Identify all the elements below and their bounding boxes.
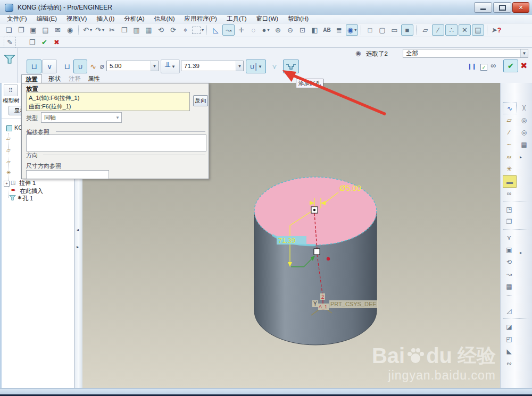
- tree-item-hole[interactable]: 孔 1: [22, 195, 33, 203]
- copy-geometry-tool-icon[interactable]: ❐: [503, 216, 516, 227]
- simple-hole-button[interactable]: ⊔: [27, 60, 41, 73]
- redo-icon[interactable]: ↷: [94, 25, 105, 36]
- regenerate-icon[interactable]: ⟲: [155, 25, 167, 36]
- flip-button[interactable]: 反向: [193, 95, 208, 106]
- spin-center-icon[interactable]: ✛: [236, 25, 247, 36]
- reference-point[interactable]: [327, 257, 330, 260]
- collapse-left-icon[interactable]: ◂: [77, 228, 79, 232]
- datum-plane-icon[interactable]: ▱: [6, 159, 11, 165]
- chevron-down-icon[interactable]: ▼: [236, 61, 243, 71]
- view-manager-icon[interactable]: ◉: [346, 24, 358, 36]
- placement-references-list[interactable]: A_1(轴):F6(拉伸_1) 曲面:F6(拉伸_1): [26, 92, 190, 111]
- chain-tool-icon[interactable]: ∞: [503, 188, 516, 199]
- reference-item[interactable]: 曲面:F6(拉伸_1): [29, 102, 187, 111]
- round-tool-icon[interactable]: ⌒: [503, 293, 516, 304]
- zoom-out-icon[interactable]: ⊖: [285, 25, 296, 36]
- diameter-combo[interactable]: 5.00 ▼: [106, 61, 159, 71]
- save-icon[interactable]: ▣: [28, 25, 39, 36]
- collapse-right-icon[interactable]: ▸: [77, 245, 79, 249]
- navigator-tab[interactable]: ⠿: [4, 85, 18, 96]
- point-display-toggle-icon[interactable]: ∴: [445, 24, 458, 36]
- paste-special-icon[interactable]: ▦: [143, 25, 154, 36]
- context-help-icon[interactable]: ➤?: [491, 25, 502, 36]
- reorient-icon[interactable]: ◧: [309, 25, 320, 36]
- layers-icon[interactable]: ≣: [334, 25, 345, 36]
- chevron-down-icon[interactable]: ▼: [258, 64, 262, 69]
- flyout-arrow-icon[interactable]: ▸: [520, 250, 522, 255]
- axis-display-toggle-icon[interactable]: ∕: [432, 24, 444, 36]
- expand-icon[interactable]: +: [4, 181, 10, 187]
- datum-axis-icon[interactable]: ✳: [6, 170, 11, 175]
- selection-filter-combo[interactable]: 全部 ▼: [403, 49, 528, 58]
- warp-tool-icon[interactable]: ∾: [503, 358, 516, 369]
- copy-icon[interactable]: ❒: [119, 25, 130, 36]
- datum-axis-tool-icon[interactable]: ∕: [503, 127, 516, 138]
- depth-combo[interactable]: 71.39 ▼: [181, 61, 244, 71]
- no-hidden-display-icon[interactable]: ▭: [389, 25, 400, 36]
- project-tool-icon[interactable]: ◎: [518, 114, 530, 125]
- menu-tools[interactable]: 工具(T): [222, 14, 252, 23]
- datum-plane-icon[interactable]: ▱: [6, 147, 11, 153]
- maximize-button[interactable]: [493, 2, 511, 13]
- preview-glasses-icon[interactable]: ∞: [491, 61, 496, 70]
- depth-handle[interactable]: [314, 249, 320, 255]
- rect-profile-button[interactable]: ⊔: [62, 61, 72, 71]
- menu-file[interactable]: 文件(F): [2, 14, 32, 23]
- tab-note[interactable]: 注释: [65, 74, 85, 83]
- datum-plane-tool-icon[interactable]: ▱: [503, 114, 516, 125]
- measure-icon[interactable]: ◺: [210, 25, 221, 36]
- sketch-tool-icon[interactable]: ∿: [503, 102, 517, 114]
- shell-tool-icon[interactable]: ◰: [503, 333, 516, 344]
- zoom-in-icon[interactable]: ⊕: [272, 25, 284, 36]
- offset-references-box[interactable]: [26, 134, 206, 151]
- depth-type-button[interactable]: ╨▼: [161, 60, 180, 73]
- pause-button[interactable]: ❙❙: [467, 63, 476, 70]
- depth-dim-label[interactable]: 71.39: [278, 237, 296, 245]
- model-link-icon[interactable]: ◉: [64, 25, 76, 36]
- tab-properties[interactable]: 属性: [84, 74, 104, 83]
- menu-applications[interactable]: 应用程序(P): [180, 14, 222, 23]
- rib-tool-icon[interactable]: ◣: [503, 346, 516, 357]
- csys-tool-icon[interactable]: ✳: [503, 163, 516, 174]
- chamfer-tool-icon[interactable]: ◿: [503, 305, 516, 316]
- accept-window-icon[interactable]: ✔: [39, 37, 50, 48]
- flyout-arrow-icon[interactable]: ▸: [520, 155, 522, 159]
- datum-plane-icon[interactable]: ▱: [6, 136, 11, 141]
- hidden-line-display-icon[interactable]: ▢: [377, 25, 388, 36]
- tab-placement[interactable]: 放置: [21, 74, 42, 83]
- drill-direction-button[interactable]: ∪|▼: [246, 60, 266, 73]
- datum-point-tool-icon[interactable]: xx: [503, 151, 516, 162]
- paste-icon[interactable]: ▥: [131, 25, 142, 36]
- axis-tag[interactable]: A_1: [319, 304, 327, 309]
- confirm-button[interactable]: ✔: [503, 60, 518, 72]
- edit-definition-icon[interactable]: ✎: [4, 37, 16, 48]
- standard-profile-button[interactable]: ∪: [73, 60, 87, 73]
- plane-display-toggle-icon[interactable]: ▱: [420, 25, 431, 36]
- diameter-dim-label[interactable]: Ø5.00: [339, 183, 361, 192]
- chevron-down-icon[interactable]: ▼: [151, 61, 158, 71]
- menu-insert[interactable]: 插入(I): [92, 14, 119, 23]
- menu-edit[interactable]: 编辑(E): [32, 14, 62, 23]
- revolve-tool-icon[interactable]: ⟲: [503, 256, 516, 267]
- csys-tag[interactable]: PRT_CSYS_DEF: [330, 301, 376, 307]
- symmetry-tool-icon[interactable]: )(: [518, 102, 530, 113]
- shaded-display-icon[interactable]: ■: [401, 24, 413, 36]
- chevron-down-icon[interactable]: ▼: [171, 64, 176, 69]
- type-combo[interactable]: 同轴 ▼: [41, 112, 122, 123]
- minimize-button[interactable]: [474, 2, 492, 13]
- cancel-button[interactable]: ✖: [520, 61, 527, 71]
- menu-help[interactable]: 帮助(H): [283, 14, 313, 23]
- tree-item-insert-here[interactable]: 在此插入: [20, 187, 43, 195]
- pad-tool-icon[interactable]: ▦: [518, 139, 530, 150]
- blend-tool-icon[interactable]: ▦: [503, 281, 516, 292]
- draft-tool-icon[interactable]: ◪: [503, 321, 516, 332]
- close-window-icon[interactable]: ✖: [51, 37, 62, 48]
- cut-icon[interactable]: ✂: [106, 25, 118, 36]
- dim-orientation-ref-input[interactable]: [26, 170, 109, 179]
- window-group-icon[interactable]: ❒: [27, 37, 38, 48]
- undo-icon[interactable]: ↶: [82, 25, 93, 36]
- quilt-tool-icon[interactable]: ◳: [503, 204, 516, 215]
- annotation-display-toggle-icon[interactable]: ▤: [472, 24, 484, 36]
- sweep-tool-icon[interactable]: ↝: [503, 268, 516, 280]
- menu-info[interactable]: 信息(N): [149, 14, 180, 23]
